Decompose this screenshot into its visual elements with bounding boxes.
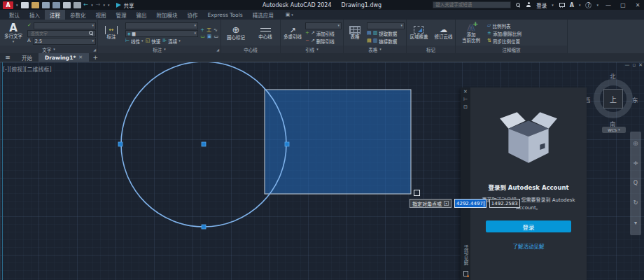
qat-customize-icon[interactable]: ▾	[108, 4, 110, 7]
panel-text-label[interactable]: 文字▾	[0, 46, 97, 53]
revision-cloud-button[interactable]: ☁ 修订云线	[433, 21, 454, 46]
multileader-button[interactable]: ↗ 多重引线	[282, 21, 303, 46]
grip-point[interactable]	[202, 142, 206, 146]
help-caret-icon[interactable]: ▾	[596, 4, 598, 7]
redo-caret-icon[interactable]: ▾	[103, 4, 105, 7]
dim-tolerance-icon[interactable]: ▭	[200, 34, 205, 39]
grip-point[interactable]	[202, 225, 206, 229]
coord-x-input[interactable]: 4292.4497	[454, 199, 486, 208]
save-icon[interactable]	[42, 2, 50, 8]
user-icon[interactable]	[526, 2, 531, 8]
nav-zoom-icon[interactable]: Q	[634, 181, 638, 186]
tab-parametric[interactable]: 参数化	[65, 10, 91, 20]
viewcube-top-face[interactable]: 上	[603, 89, 623, 108]
find-text-input[interactable]	[29, 30, 88, 36]
signin-button[interactable]: 登录	[486, 220, 571, 232]
help-search-box[interactable]	[433, 1, 511, 8]
redo-icon[interactable]: →	[96, 2, 101, 8]
text-style-dropdown[interactable]: ▾	[34, 22, 96, 29]
open-from-web-icon[interactable]	[63, 2, 71, 8]
tab-start[interactable]: 开始	[15, 53, 38, 62]
help-icon[interactable]: ?	[585, 2, 592, 8]
share-button[interactable]: 共享	[116, 1, 134, 9]
grip-point[interactable]	[285, 142, 289, 146]
close-button[interactable]: ✕	[633, 2, 643, 8]
new-drawing-tab-button[interactable]: +	[89, 53, 102, 62]
dim-layer-dropdown[interactable]: ◈▆▾	[125, 30, 198, 37]
plot-icon[interactable]	[74, 2, 81, 8]
tab-collaborate[interactable]: 协作	[183, 10, 203, 20]
mtext-button[interactable]: A 多行文字 ▾	[1, 21, 25, 46]
text-height-dropdown[interactable]: 2.5▾	[33, 38, 96, 45]
panel-leader-label[interactable]: 引线▾	[281, 46, 343, 53]
autodesk-app-icon[interactable]: A	[570, 2, 574, 8]
table-style-dropdown[interactable]: ▾	[367, 22, 405, 29]
extract-data-button[interactable]: ▤▥提取数据	[367, 30, 397, 37]
app-menu-caret-icon[interactable]: ▾	[16, 4, 18, 7]
table-button[interactable]: 表格	[345, 21, 365, 46]
tab-drawing1[interactable]: Drawing1* ✕	[38, 53, 89, 62]
dim-jog-line-icon[interactable]: ∿	[214, 28, 218, 33]
drawing-canvas[interactable]: [-][俯视][二维线框] — ▫ ✕ 指定对角点或 ▾ 4292.4497 1…	[0, 62, 644, 280]
tab-insert[interactable]: 插入	[24, 10, 45, 20]
quick-dim-button[interactable]: ◱快速	[146, 38, 161, 45]
tab-annotate[interactable]: 注释	[45, 10, 65, 20]
mleader-style-dropdown[interactable]: ▾	[305, 22, 342, 29]
tab-express-tools[interactable]: Express Tools	[203, 10, 248, 20]
palette-properties-icon[interactable]: ⊡	[463, 105, 468, 110]
doc-minimize-icon[interactable]: —	[624, 62, 629, 68]
spellcheck-icon[interactable]: ✓	[27, 23, 31, 28]
minimize-button[interactable]: —	[603, 2, 613, 8]
center-mark-button[interactable]: ⊕ 圆心标记	[223, 21, 248, 46]
autodesk-caret-icon[interactable]: ▾	[579, 4, 581, 7]
add-leader-button[interactable]: +↗添加引线	[305, 30, 335, 37]
undo-caret-icon[interactable]: ▾	[91, 4, 93, 7]
dim-center-icon[interactable]: ▣	[207, 34, 212, 39]
palette-autohide-icon[interactable]: ⊢	[463, 97, 468, 102]
dim-break-icon[interactable]: +	[200, 28, 204, 33]
viewcube-east-label[interactable]: 东	[632, 95, 638, 104]
nav-pan-icon[interactable]: ✛	[634, 161, 638, 167]
wcs-dropdown[interactable]: WCS▾	[602, 127, 626, 133]
panel-table-label[interactable]: 表格▾	[344, 46, 406, 53]
tab-default[interactable]: 默认	[4, 10, 24, 20]
palette-close-icon[interactable]: ✕	[463, 90, 468, 94]
wipeout-button[interactable]: 区域覆盖	[408, 21, 430, 46]
panel-annotation-scaling-label[interactable]: 注释缩放	[456, 46, 567, 53]
file-tab-menu-icon[interactable]: ≡	[0, 53, 15, 62]
signin-caret-icon[interactable]: ▾	[552, 4, 554, 7]
store-cart-icon[interactable]	[559, 2, 565, 8]
centerline-button[interactable]: 中心线	[253, 21, 278, 46]
undo-icon[interactable]: ←	[84, 2, 89, 8]
panel-dimension-label[interactable]: 标注▾	[98, 46, 220, 53]
viewport-controls[interactable]: [-][俯视][二维线框]	[3, 65, 52, 73]
save-as-icon[interactable]	[52, 2, 60, 8]
dim-style-dropdown[interactable]: ▾	[125, 22, 198, 29]
dim-adjust-space-icon[interactable]: 工	[206, 28, 211, 33]
tab-featured-apps[interactable]: 精选应用	[248, 10, 279, 20]
ribbon-collapse-button[interactable]: ▣▾	[286, 10, 293, 20]
add-current-scale-button[interactable]: A 添加 当前比例	[457, 21, 485, 46]
scale-list-button[interactable]: ▱比例列表	[487, 22, 510, 29]
find-text-box[interactable]	[27, 30, 96, 37]
autocad-logo-icon[interactable]: A	[3, 1, 13, 9]
tab-manage[interactable]: 管理	[111, 10, 132, 20]
linear-dim-button[interactable]: ⊢线性▾	[125, 38, 144, 45]
grip-points[interactable]	[118, 142, 289, 229]
panel-centerline-label[interactable]: 中心线	[221, 46, 280, 53]
nav-more-icon[interactable]: ▾	[634, 220, 637, 226]
search-icon[interactable]	[516, 3, 521, 8]
signin-menu-label[interactable]: 登录	[536, 1, 547, 9]
continue-dim-button[interactable]: ⊪连续▾	[162, 38, 181, 45]
find-text-search-icon[interactable]	[89, 31, 94, 36]
dimension-button[interactable]: ↔ 标注	[99, 21, 123, 46]
help-search-input[interactable]	[435, 2, 508, 8]
tab-output[interactable]: 输出	[132, 10, 152, 20]
tab-close-icon[interactable]: ✕	[78, 55, 83, 60]
text-dialog-launcher-icon[interactable]: ◢	[93, 48, 96, 52]
dim-inspect-icon[interactable]: ▭	[214, 34, 218, 39]
doc-restore-icon[interactable]: ▫	[632, 62, 636, 68]
add-delete-scales-button[interactable]: ±添加/删除比例	[487, 30, 522, 37]
viewcube-north-label[interactable]: 北	[610, 71, 616, 80]
remove-leader-button[interactable]: −↗删除引线	[305, 38, 335, 45]
